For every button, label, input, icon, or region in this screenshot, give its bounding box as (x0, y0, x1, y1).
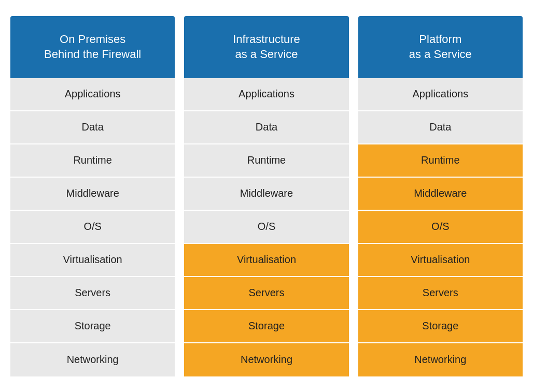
cell-on-premises-virtualisation: Virtualisation (10, 244, 175, 277)
column-iaas: Infrastructure as a ServiceApplicationsD… (184, 16, 348, 376)
cell-on-premises-storage: Storage (10, 310, 175, 343)
cell-iaas-networking: Networking (184, 343, 348, 376)
cell-on-premises-data: Data (10, 111, 175, 144)
column-header-paas: Platform as a Service (358, 16, 523, 78)
cell-iaas-middleware: Middleware (184, 178, 348, 211)
cell-paas-servers: Servers (358, 277, 523, 310)
cell-iaas-virtualisation: Virtualisation (184, 244, 348, 277)
cell-on-premises-o-s: O/S (10, 211, 175, 244)
cell-paas-networking: Networking (358, 343, 523, 376)
comparison-table: On Premises Behind the FirewallApplicati… (0, 6, 533, 387)
cell-iaas-servers: Servers (184, 277, 348, 310)
cell-paas-middleware: Middleware (358, 178, 523, 211)
cell-paas-storage: Storage (358, 310, 523, 343)
cell-iaas-applications: Applications (184, 78, 348, 111)
cell-iaas-data: Data (184, 111, 348, 144)
cell-on-premises-applications: Applications (10, 78, 175, 111)
column-on-premises: On Premises Behind the FirewallApplicati… (10, 16, 175, 376)
cell-paas-applications: Applications (358, 78, 523, 111)
cell-paas-data: Data (358, 111, 523, 144)
column-header-iaas: Infrastructure as a Service (184, 16, 348, 78)
cell-on-premises-servers: Servers (10, 277, 175, 310)
cell-on-premises-runtime: Runtime (10, 144, 175, 178)
cell-on-premises-middleware: Middleware (10, 178, 175, 211)
cell-iaas-runtime: Runtime (184, 144, 348, 178)
cell-on-premises-networking: Networking (10, 343, 175, 376)
column-header-on-premises: On Premises Behind the Firewall (10, 16, 175, 78)
cell-iaas-o-s: O/S (184, 211, 348, 244)
cell-paas-virtualisation: Virtualisation (358, 244, 523, 277)
cell-iaas-storage: Storage (184, 310, 348, 343)
column-paas: Platform as a ServiceApplicationsDataRun… (358, 16, 523, 376)
cell-paas-o-s: O/S (358, 211, 523, 244)
cell-paas-runtime: Runtime (358, 144, 523, 178)
